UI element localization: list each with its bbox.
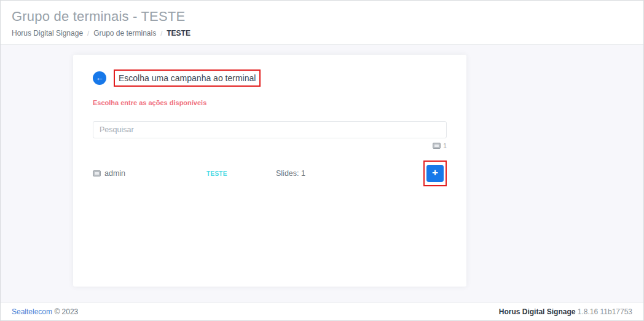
terminal-count-value: 1 bbox=[443, 142, 447, 149]
add-button-annotation-box: + bbox=[423, 160, 447, 186]
tv-icon bbox=[93, 170, 101, 177]
tv-icon bbox=[433, 143, 441, 149]
campaign-owner: admin bbox=[104, 169, 125, 178]
breadcrumb-separator: / bbox=[160, 30, 162, 37]
card-subtitle: Escolha entre as ações disponíveis bbox=[93, 99, 447, 106]
campaign-group-label: TESTE bbox=[206, 170, 276, 177]
app-window: Grupo de terminais - TESTE Horus Digital… bbox=[0, 0, 644, 321]
breadcrumb-item-current: TESTE bbox=[167, 29, 190, 38]
search-wrapper bbox=[93, 121, 447, 138]
page-footer: Sealtelecom © 2023 Horus Digital Signage… bbox=[1, 302, 643, 320]
arrow-left-icon: ← bbox=[96, 71, 104, 84]
card-header: ← Escolha uma campanha ao terminal bbox=[93, 69, 447, 87]
search-input[interactable] bbox=[93, 121, 447, 138]
add-campaign-button[interactable]: + bbox=[426, 165, 444, 182]
copyright-text: © 2023 bbox=[54, 307, 78, 316]
plus-icon: + bbox=[432, 165, 438, 181]
campaign-selection-card: ← Escolha uma campanha ao terminal Escol… bbox=[73, 55, 466, 287]
breadcrumb-item-group[interactable]: Grupo de terminais bbox=[93, 29, 156, 38]
footer-version: 1.8.16 11b17753 bbox=[578, 307, 632, 316]
campaign-owner-cell: admin bbox=[93, 169, 206, 178]
campaign-row: admin TESTE Slides: 1 + bbox=[93, 160, 447, 186]
footer-left: Sealtelecom © 2023 bbox=[12, 307, 78, 316]
page-title: Grupo de terminais - TESTE bbox=[12, 9, 632, 25]
breadcrumb-item-home[interactable]: Horus Digital Signage bbox=[12, 29, 83, 38]
title-annotation-box: Escolha uma campanha ao terminal bbox=[114, 69, 261, 87]
footer-app-name: Horus Digital Signage bbox=[499, 307, 576, 316]
footer-right: Horus Digital Signage 1.8.16 11b17753 bbox=[499, 307, 632, 316]
breadcrumb: Horus Digital Signage / Grupo de termina… bbox=[12, 29, 632, 38]
breadcrumb-separator: / bbox=[87, 30, 89, 37]
card-title: Escolha uma campanha ao terminal bbox=[119, 73, 256, 83]
company-link[interactable]: Sealtelecom bbox=[12, 307, 52, 316]
page-header: Grupo de terminais - TESTE Horus Digital… bbox=[1, 1, 643, 45]
campaign-slides-count: Slides: 1 bbox=[276, 169, 305, 178]
main-content: ← Escolha uma campanha ao terminal Escol… bbox=[1, 45, 643, 302]
terminal-count: 1 bbox=[93, 142, 447, 149]
back-button[interactable]: ← bbox=[93, 71, 106, 85]
